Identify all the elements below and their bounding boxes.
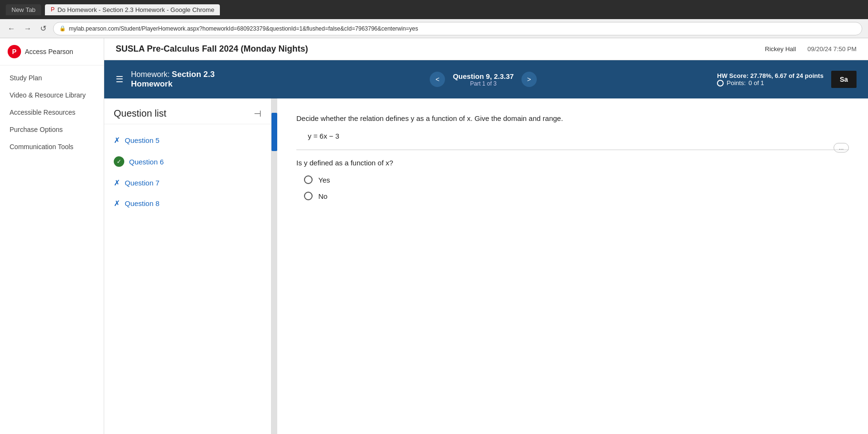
sidebar-nav: Study Plan Video & Resource Library Acce… bbox=[0, 65, 104, 159]
hw-score-label: HW Score: 27.78%, 6.67 of 24 points bbox=[717, 72, 824, 79]
scroll-thumb bbox=[271, 113, 277, 151]
question-content: Decide whether the relation defines y as… bbox=[277, 98, 868, 434]
sidebar-logo-text: Access Pearson bbox=[25, 48, 73, 55]
radio-group: Yes No bbox=[304, 175, 849, 200]
hw-center: < Question 9, 2.3.37 Part 1 of 3 > bbox=[250, 72, 717, 87]
collapse-list-button[interactable]: ⊣ bbox=[254, 108, 261, 119]
sub-question-text: Is y defined as a function of x? bbox=[296, 159, 849, 167]
address-bar[interactable]: 🔒 mylab.pearson.com/Student/PlayerHomewo… bbox=[53, 22, 862, 35]
divider bbox=[296, 150, 849, 150]
radio-circle-yes[interactable] bbox=[304, 175, 313, 184]
sidebar-item-label: Video & Resource Library bbox=[10, 91, 86, 99]
question-list-items: ✗ Question 5 ✓ Question 6 ✗ Question 7 ✗… bbox=[104, 124, 271, 434]
user-name: Rickey Hall bbox=[765, 45, 796, 53]
sidebar-item-video-library[interactable]: Video & Resource Library bbox=[0, 87, 104, 104]
prev-question-button[interactable]: < bbox=[430, 72, 445, 87]
question-part: Part 1 of 3 bbox=[453, 80, 514, 87]
question-list-title: Question list bbox=[114, 108, 166, 119]
tab-bar: New Tab P Do Homework - Section 2.3 Home… bbox=[6, 4, 220, 15]
list-item-q6[interactable]: ✓ Question 6 bbox=[104, 151, 271, 173]
body-area: Question list ⊣ ✗ Question 5 ✓ Question … bbox=[104, 98, 868, 434]
sidebar-item-study-plan[interactable]: Study Plan bbox=[0, 69, 104, 87]
sidebar: P Access Pearson Study Plan Video & Reso… bbox=[0, 38, 104, 434]
top-bar-right: Rickey Hall 09/20/24 7:50 PM bbox=[765, 45, 857, 53]
tab-inactive[interactable]: New Tab bbox=[6, 4, 41, 15]
sidebar-item-communication-tools[interactable]: Communication Tools bbox=[0, 138, 104, 155]
tab-active[interactable]: P Do Homework - Section 2.3 Homework - G… bbox=[45, 4, 220, 15]
radio-no-label: No bbox=[318, 192, 327, 200]
list-item-q8[interactable]: ✗ Question 8 bbox=[104, 193, 271, 214]
radio-yes-label: Yes bbox=[318, 176, 330, 184]
q5-status-icon: ✗ bbox=[114, 136, 120, 145]
hw-homework-label: Homework: Section 2.3 bbox=[131, 70, 215, 79]
hw-score-block: HW Score: 27.78%, 6.67 of 24 points Poin… bbox=[717, 72, 824, 87]
points-value: 0 of 1 bbox=[749, 79, 764, 87]
address-bar-row: ← → ↺ 🔒 mylab.pearson.com/Student/Player… bbox=[0, 19, 868, 38]
browser-chrome: New Tab P Do Homework - Section 2.3 Home… bbox=[0, 0, 868, 19]
q8-status-icon: ✗ bbox=[114, 199, 120, 208]
sidebar-item-label: Study Plan bbox=[10, 74, 42, 82]
hamburger-icon[interactable]: ☰ bbox=[116, 74, 123, 85]
list-item-q5[interactable]: ✗ Question 5 bbox=[104, 130, 271, 151]
sidebar-item-label: Communication Tools bbox=[10, 143, 74, 151]
q6-check-icon: ✓ bbox=[114, 156, 124, 167]
homework-header: ☰ Homework: Section 2.3 Homework < Quest… bbox=[104, 60, 868, 98]
list-item-q7[interactable]: ✗ Question 7 bbox=[104, 173, 271, 193]
question-info: Question 9, 2.3.37 Part 1 of 3 bbox=[453, 72, 514, 87]
radio-option-yes[interactable]: Yes bbox=[304, 175, 849, 184]
question-number: Question 9, 2.3.37 bbox=[453, 72, 514, 80]
sidebar-logo: P Access Pearson bbox=[0, 38, 104, 65]
points-label: Points: bbox=[727, 79, 746, 87]
address-url: mylab.pearson.com/Student/PlayerHomework… bbox=[69, 25, 418, 32]
content-area: SUSLA Pre-Calculus Fall 2024 (Monday Nig… bbox=[104, 38, 868, 434]
expand-button[interactable]: ... bbox=[834, 143, 849, 152]
radio-circle-no[interactable] bbox=[304, 192, 313, 200]
question-instruction: Decide whether the relation defines y as… bbox=[296, 113, 849, 124]
radio-option-no[interactable]: No bbox=[304, 192, 849, 200]
scroll-indicator[interactable] bbox=[271, 98, 277, 434]
hw-homework-sub: Homework bbox=[131, 79, 215, 89]
q7-label: Question 7 bbox=[125, 179, 160, 187]
points-circle-icon bbox=[717, 80, 724, 87]
hw-title-block: Homework: Section 2.3 Homework bbox=[131, 70, 215, 89]
sidebar-item-accessible-resources[interactable]: Accessible Resources bbox=[0, 104, 104, 121]
q7-status-icon: ✗ bbox=[114, 178, 120, 187]
save-button[interactable]: Sa bbox=[831, 71, 857, 88]
tab-title: Do Homework - Section 2.3 Homework - Goo… bbox=[57, 6, 214, 13]
question-list-panel: Question list ⊣ ✗ Question 5 ✓ Question … bbox=[104, 98, 271, 434]
sidebar-item-label: Accessible Resources bbox=[10, 108, 76, 116]
pearson-logo-icon: P bbox=[8, 45, 21, 58]
question-equation: y = 6x − 3 bbox=[308, 132, 849, 140]
tab-favicon: P bbox=[51, 6, 54, 13]
next-question-button[interactable]: > bbox=[521, 72, 537, 87]
forward-button[interactable]: → bbox=[22, 22, 33, 35]
q6-label: Question 6 bbox=[129, 158, 164, 166]
lock-icon: 🔒 bbox=[59, 25, 66, 32]
refresh-button[interactable]: ↺ bbox=[38, 22, 48, 35]
date-time: 09/20/24 7:50 PM bbox=[807, 45, 857, 53]
back-button[interactable]: ← bbox=[6, 22, 17, 35]
top-bar: SUSLA Pre-Calculus Fall 2024 (Monday Nig… bbox=[104, 38, 868, 60]
course-title: SUSLA Pre-Calculus Fall 2024 (Monday Nig… bbox=[116, 44, 308, 54]
question-list-header: Question list ⊣ bbox=[104, 98, 271, 124]
sidebar-item-purchase-options[interactable]: Purchase Options bbox=[0, 121, 104, 138]
hw-header-left: ☰ Homework: Section 2.3 Homework bbox=[116, 70, 250, 89]
main-layout: P Access Pearson Study Plan Video & Reso… bbox=[0, 38, 868, 434]
q8-label: Question 8 bbox=[125, 199, 160, 207]
points-row: Points: 0 of 1 bbox=[717, 79, 824, 87]
hw-right: HW Score: 27.78%, 6.67 of 24 points Poin… bbox=[717, 71, 857, 88]
sidebar-item-label: Purchase Options bbox=[10, 126, 63, 133]
q5-label: Question 5 bbox=[125, 136, 160, 144]
